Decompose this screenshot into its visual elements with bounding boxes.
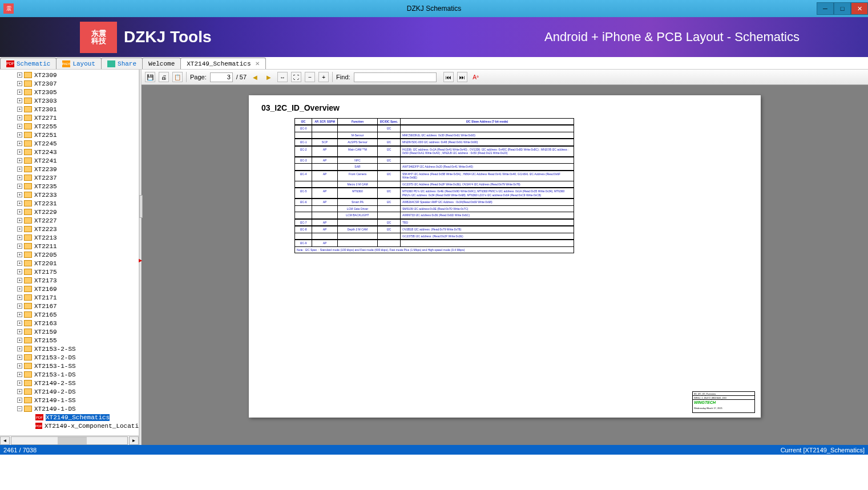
expand-icon[interactable]: + xyxy=(17,149,22,155)
tab-layout[interactable]: PADS Layout xyxy=(56,58,102,69)
expand-icon[interactable]: + xyxy=(17,389,22,394)
expand-icon[interactable]: + xyxy=(17,175,22,180)
tree-item[interactable]: +XT2153-1-DS xyxy=(0,370,139,379)
expand-icon[interactable]: + xyxy=(17,235,22,240)
minimize-button[interactable]: ─ xyxy=(817,2,834,15)
tree-item[interactable]: +XT2211 xyxy=(0,242,139,250)
tab-share[interactable]: Share xyxy=(101,58,143,69)
maximize-button[interactable]: □ xyxy=(834,2,851,15)
expand-icon[interactable]: + xyxy=(17,158,22,163)
tree-item[interactable]: +XT2167 xyxy=(0,302,139,310)
tree-item[interactable]: +XT2171 xyxy=(0,293,139,302)
expand-icon[interactable]: + xyxy=(17,372,22,377)
tree-item[interactable]: +XT2153-2-SS xyxy=(0,345,139,353)
expand-icon[interactable]: + xyxy=(17,321,22,326)
tree-item[interactable]: +XT2307 xyxy=(0,79,139,88)
expand-icon[interactable]: + xyxy=(17,312,22,317)
expand-icon[interactable]: + xyxy=(17,346,22,351)
scroll-thumb[interactable] xyxy=(11,436,128,445)
tree-item[interactable]: −XT2149-1-DS xyxy=(0,404,139,413)
expand-icon[interactable]: + xyxy=(17,209,22,214)
close-button[interactable]: ✕ xyxy=(851,2,868,15)
expand-icon[interactable]: + xyxy=(17,132,22,137)
tree[interactable]: +XT2309+XT2307+XT2305+XT2303+XT2301+XT22… xyxy=(0,70,139,435)
tree-item[interactable]: +XT2305 xyxy=(0,88,139,96)
tree-item[interactable]: +XT2227 xyxy=(0,216,139,225)
expand-icon[interactable]: + xyxy=(17,81,22,86)
collapse-icon[interactable]: − xyxy=(17,406,22,411)
tree-item[interactable]: +XT2149-2-SS xyxy=(0,379,139,387)
find-next-button[interactable]: ⏭ xyxy=(457,72,467,82)
next-page-button[interactable]: ▶ xyxy=(264,72,274,82)
tree-item[interactable]: +XT2233 xyxy=(0,191,139,199)
tree-item[interactable]: +XT2169 xyxy=(0,285,139,293)
tree-hscrollbar[interactable]: ◄ ► xyxy=(0,435,139,445)
tree-item[interactable]: +XT2255 xyxy=(0,122,139,131)
expand-icon[interactable]: + xyxy=(17,226,22,232)
fit-page-button[interactable]: ⛶ xyxy=(291,72,301,82)
scroll-left-icon[interactable]: ◄ xyxy=(0,436,10,445)
expand-icon[interactable]: + xyxy=(17,218,22,223)
tab-active-document[interactable]: XT2149_Schematics ✕ xyxy=(180,58,266,69)
expand-icon[interactable]: + xyxy=(17,90,22,95)
tree-item[interactable]: +XT2243 xyxy=(0,148,139,156)
fit-width-button[interactable]: ↔ xyxy=(277,72,288,82)
expand-icon[interactable]: + xyxy=(17,244,22,249)
expand-icon[interactable]: + xyxy=(17,286,22,291)
tree-item[interactable]: +XT2149-2-DS xyxy=(0,387,139,396)
save-button[interactable]: 💾 xyxy=(145,72,155,82)
expand-icon[interactable]: + xyxy=(17,201,22,206)
tree-item[interactable]: +XT2153-2-DS xyxy=(0,353,139,362)
zoom-out-button[interactable]: − xyxy=(305,72,315,82)
page-input[interactable] xyxy=(210,72,233,82)
expand-icon[interactable]: + xyxy=(17,338,22,343)
scroll-right-icon[interactable]: ► xyxy=(129,436,139,445)
expand-icon[interactable]: + xyxy=(17,98,22,103)
tree-item[interactable]: +XT2173 xyxy=(0,276,139,285)
find-input[interactable] xyxy=(354,72,437,82)
tree-item[interactable]: +XT2213 xyxy=(0,233,139,242)
expand-icon[interactable]: + xyxy=(17,141,22,146)
expand-icon[interactable]: + xyxy=(17,124,22,129)
prev-page-button[interactable]: ◀ xyxy=(250,72,260,82)
tree-item[interactable]: +XT2301 xyxy=(0,105,139,114)
tree-item[interactable]: +XT2229 xyxy=(0,208,139,216)
tree-item[interactable]: +XT2159 xyxy=(0,327,139,336)
expand-icon[interactable]: + xyxy=(17,72,22,78)
tree-item[interactable]: +XT2271 xyxy=(0,114,139,122)
splitter-handle-icon[interactable] xyxy=(139,195,143,218)
expand-icon[interactable]: + xyxy=(17,363,22,368)
print-button[interactable]: 🖨 xyxy=(159,72,169,82)
expand-icon[interactable]: + xyxy=(17,107,22,112)
tree-child-item[interactable]: PDFXT2149-x_Component_Locati xyxy=(0,422,139,430)
expand-icon[interactable]: + xyxy=(17,184,22,189)
expand-icon[interactable]: + xyxy=(17,261,22,266)
tab-schematic[interactable]: PDF Schematic xyxy=(0,58,56,69)
splitter[interactable]: ▶ xyxy=(139,70,142,445)
find-highlight-button[interactable]: Aᵃ xyxy=(471,72,481,82)
copy-button[interactable]: 📋 xyxy=(172,72,183,82)
expand-icon[interactable]: + xyxy=(17,329,22,334)
expand-icon[interactable]: + xyxy=(17,269,22,274)
expand-icon[interactable]: + xyxy=(17,380,22,386)
tree-item[interactable]: +XT2201 xyxy=(0,259,139,268)
tree-child-item[interactable]: PDFXT2149_Schematics xyxy=(0,413,139,422)
tree-item[interactable]: +XT2165 xyxy=(0,310,139,319)
pdf-viewport[interactable]: 03_I2C_ID_Overview I2CAP, SCP, SSPMFunct… xyxy=(142,85,868,445)
expand-icon[interactable]: + xyxy=(17,167,22,172)
expand-icon[interactable]: + xyxy=(17,115,22,120)
tree-item[interactable]: +XT2239 xyxy=(0,165,139,173)
tab-welcome[interactable]: Welcome xyxy=(142,58,181,69)
zoom-in-button[interactable]: + xyxy=(318,72,329,82)
tab-close-icon[interactable]: ✕ xyxy=(255,60,260,67)
tree-item[interactable]: +XT2155 xyxy=(0,336,139,345)
tree-item[interactable]: +XT2153-1-SS xyxy=(0,362,139,370)
expand-icon[interactable]: + xyxy=(17,252,22,257)
tree-item[interactable]: +XT2231 xyxy=(0,199,139,208)
expand-icon[interactable]: + xyxy=(17,398,22,403)
find-prev-button[interactable]: ⏮ xyxy=(443,72,454,82)
tree-item[interactable]: +XT2205 xyxy=(0,250,139,259)
tree-item[interactable]: +XT2223 xyxy=(0,225,139,233)
tree-item[interactable]: +XT2245 xyxy=(0,139,139,148)
tree-item[interactable]: +XT2175 xyxy=(0,268,139,276)
